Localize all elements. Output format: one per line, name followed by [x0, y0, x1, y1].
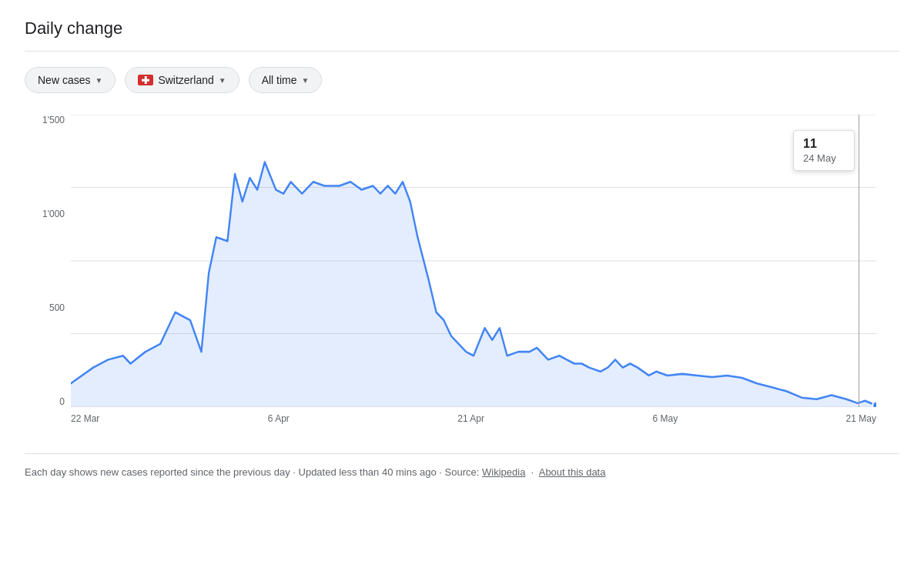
timerange-filter-button[interactable]: All time ▼ [249, 67, 323, 93]
filter-row: New cases ▼ Switzerland ▼ All time ▼ [25, 67, 899, 93]
x-label-6may: 6 May [652, 413, 678, 424]
region-label: Switzerland [158, 74, 213, 86]
tooltip-vertical-line [859, 115, 859, 407]
x-label-21may: 21 May [846, 413, 876, 424]
chart-area: 1'500 1'000 500 0 [25, 115, 899, 438]
tooltip-box: 11 24 May [793, 130, 855, 171]
chart-plot: 11 24 May [71, 115, 876, 407]
y-label-1000: 1'000 [42, 209, 65, 219]
wikipedia-link[interactable]: Wikipedia [482, 466, 525, 478]
y-axis: 1'500 1'000 500 0 [25, 115, 71, 407]
chart-endpoint-dot [872, 402, 876, 407]
tooltip-value: 11 [803, 137, 845, 151]
x-label-21apr: 21 Apr [457, 413, 484, 424]
footnote-source-label: Source: [445, 466, 482, 478]
region-filter-button[interactable]: Switzerland ▼ [125, 67, 239, 93]
y-label-1500: 1'500 [42, 115, 65, 125]
chart-fill-area [71, 162, 876, 407]
footnote-text: Each day shows new cases reported since … [25, 466, 445, 478]
x-label-22mar: 22 Mar [71, 413, 99, 424]
y-label-500: 500 [49, 302, 65, 313]
footnote: Each day shows new cases reported since … [25, 453, 899, 481]
cross-icon [142, 76, 149, 84]
y-label-0: 0 [59, 396, 65, 407]
metric-filter-button[interactable]: New cases ▼ [25, 67, 116, 93]
chart-svg [71, 115, 876, 407]
switzerland-flag-icon [138, 75, 153, 85]
metric-label: New cases [38, 74, 90, 86]
about-data-link[interactable]: About this data [539, 466, 606, 478]
x-axis: 22 Mar 6 Apr 21 Apr 6 May 21 May [71, 407, 876, 438]
x-label-6apr: 6 Apr [268, 413, 290, 424]
tooltip-date: 24 May [803, 152, 845, 164]
metric-chevron-icon: ▼ [95, 76, 102, 85]
timerange-label: All time [262, 74, 297, 86]
chart-container: 1'500 1'000 500 0 [25, 115, 899, 438]
timerange-chevron-icon: ▼ [302, 76, 310, 85]
region-chevron-icon: ▼ [219, 76, 226, 85]
page-title: Daily change [25, 18, 899, 52]
